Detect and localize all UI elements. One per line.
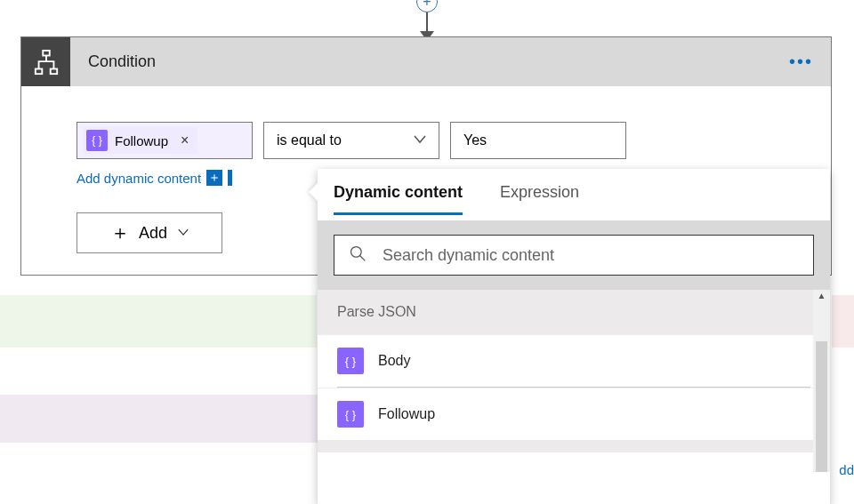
- search-box[interactable]: [334, 235, 814, 276]
- operator-label: is equal to: [277, 132, 342, 148]
- svg-line-4: [360, 256, 366, 261]
- condition-icon: [21, 37, 70, 86]
- json-token-icon: { }: [337, 348, 364, 374]
- add-dynamic-label: Add dynamic content: [77, 171, 201, 186]
- list-item[interactable]: { } Body: [318, 334, 830, 387]
- condition-value-input[interactable]: Yes: [450, 122, 626, 159]
- condition-row: { } Followup × is equal to Yes: [77, 122, 831, 159]
- popup-tabs: Dynamic content Expression: [318, 169, 830, 215]
- json-token-icon: { }: [86, 130, 108, 151]
- card-title: Condition: [70, 52, 156, 71]
- chevron-down-icon: [178, 227, 189, 239]
- search-icon: [349, 244, 367, 266]
- no-branch-panel: [832, 295, 854, 348]
- add-row-button[interactable]: ＋ Add: [77, 212, 222, 253]
- results-list: ▲ Parse JSON { } Body { } Followup: [318, 290, 830, 452]
- scrollbar[interactable]: ▲: [813, 290, 830, 472]
- arrow-line: [426, 12, 428, 32]
- svg-rect-1: [35, 68, 42, 74]
- remove-token-button[interactable]: ×: [181, 132, 189, 148]
- truncated-link[interactable]: dd: [839, 462, 854, 477]
- condition-value: Yes: [463, 132, 487, 148]
- search-input[interactable]: [383, 246, 799, 265]
- plus-badge-icon: ＋: [206, 170, 222, 186]
- dynamic-content-popup: Dynamic content Expression ▲ Parse JSON …: [318, 169, 830, 504]
- condition-left-input[interactable]: { } Followup ×: [77, 122, 253, 159]
- plus-icon: ＋: [110, 220, 130, 246]
- flow-connector: +: [416, 0, 438, 41]
- scroll-thumb[interactable]: [816, 341, 827, 472]
- chevron-down-icon: [414, 134, 426, 147]
- tab-dynamic-content[interactable]: Dynamic content: [334, 183, 463, 215]
- token-label: Followup: [115, 133, 168, 148]
- yes-branch-panel: [0, 295, 317, 348]
- item-label: Body: [378, 353, 410, 369]
- svg-rect-0: [43, 50, 50, 55]
- card-menu-button[interactable]: •••: [771, 52, 831, 72]
- svg-rect-2: [50, 68, 57, 74]
- item-label: Followup: [378, 406, 435, 422]
- operator-select[interactable]: is equal to: [263, 122, 439, 159]
- action-panel: [0, 395, 318, 443]
- caret-indicator-icon: [228, 170, 232, 186]
- json-token-icon: { }: [337, 401, 364, 428]
- section-parse-json: Parse JSON: [318, 290, 830, 334]
- popup-caret-icon: [309, 183, 318, 201]
- tab-expression[interactable]: Expression: [500, 183, 579, 215]
- followup-token-chip[interactable]: { } Followup ×: [83, 127, 197, 154]
- add-step-circle[interactable]: +: [416, 0, 438, 12]
- list-item[interactable]: { } Followup: [318, 388, 830, 440]
- svg-point-3: [351, 247, 362, 258]
- search-bar: [318, 220, 830, 290]
- list-footer: [318, 440, 830, 452]
- scroll-up-icon[interactable]: ▲: [818, 290, 826, 300]
- card-header[interactable]: Condition •••: [21, 37, 831, 86]
- add-button-label: Add: [139, 224, 167, 243]
